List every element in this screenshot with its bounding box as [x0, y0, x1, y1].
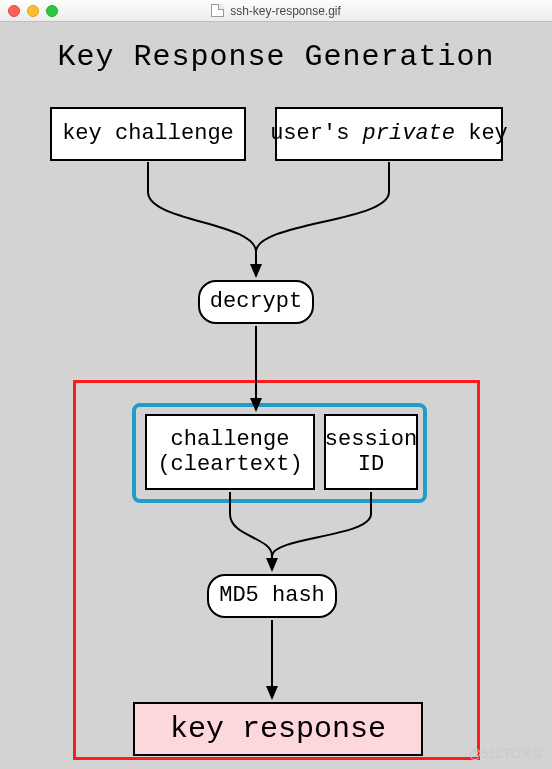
file-icon — [211, 4, 224, 17]
window-titlebar: ssh-key-response.gif — [0, 0, 552, 22]
highlight-blue — [132, 403, 427, 503]
node-private-key: user's private key — [275, 107, 503, 161]
text: user's — [270, 121, 362, 146]
close-icon[interactable] — [8, 5, 20, 17]
traffic-lights — [8, 5, 58, 17]
node-key-challenge: key challenge — [50, 107, 246, 161]
minimize-icon[interactable] — [27, 5, 39, 17]
diagram-title: Key Response Generation — [0, 40, 552, 74]
text: key — [455, 121, 508, 146]
text-emph: private — [363, 121, 455, 146]
zoom-icon[interactable] — [46, 5, 58, 17]
window-title: ssh-key-response.gif — [230, 4, 341, 18]
node-decrypt: decrypt — [198, 280, 314, 324]
diagram-canvas: Key Response Generation key challenge us… — [0, 22, 552, 769]
watermark: @51CTO博客 — [469, 746, 544, 763]
